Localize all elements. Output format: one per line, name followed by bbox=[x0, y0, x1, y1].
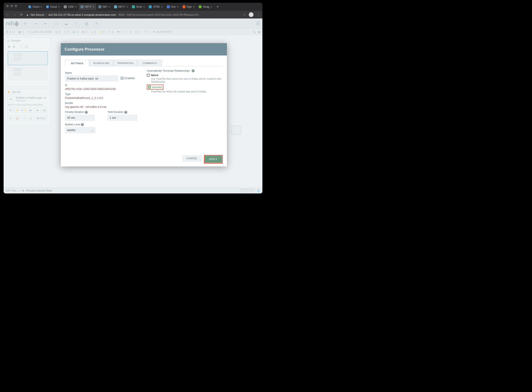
tab-scheduling[interactable]: SCHEDULING bbox=[89, 60, 113, 66]
url-path: /nifi/?processGroupId=cff437ad-016c-1000… bbox=[126, 13, 200, 16]
chevron-down-icon: ⌄ bbox=[91, 129, 93, 132]
tab-nifi-2[interactable]: NiFi× bbox=[97, 3, 112, 10]
help-icon[interactable]: ? bbox=[192, 69, 195, 72]
close-icon[interactable]: × bbox=[75, 5, 77, 9]
tab-sign[interactable]: Sign× bbox=[181, 3, 197, 10]
secure-label: Not Secure bbox=[31, 13, 44, 16]
tab-settings[interactable]: SETTINGS bbox=[65, 60, 89, 66]
success-checkbox[interactable]: success bbox=[148, 85, 162, 89]
failure-checkbox[interactable]: failure bbox=[147, 74, 223, 77]
tab-hue[interactable]: Hue× bbox=[165, 3, 180, 10]
help-icon[interactable]: ? bbox=[124, 111, 127, 114]
name-label: Name bbox=[65, 71, 141, 75]
dialog-title: Configure Processor bbox=[61, 43, 227, 56]
close-icon[interactable]: × bbox=[211, 5, 212, 9]
yield-input[interactable] bbox=[107, 115, 137, 121]
tab-comments[interactable]: COMMENTS bbox=[138, 60, 162, 66]
close-icon[interactable]: × bbox=[161, 5, 163, 9]
back-button[interactable]: ← bbox=[6, 13, 9, 17]
relationships-label: Automatically Terminate Relationships bbox=[147, 69, 190, 72]
checkbox-icon bbox=[121, 77, 123, 79]
bulletin-label: Bulletin Level bbox=[65, 123, 80, 126]
tab-sche[interactable]: Sche× bbox=[130, 3, 147, 10]
bulletin-select[interactable]: WARN⌄ bbox=[65, 127, 96, 133]
tab-cloud-2[interactable]: CCloud× bbox=[44, 3, 62, 10]
id-value: cff9276c-016c-1000-0000-00001d04103b bbox=[65, 87, 141, 91]
url-host: ec2-54-212-27-58.us-west-2.compute.amazo… bbox=[48, 13, 116, 16]
apply-button[interactable]: APPLY bbox=[205, 156, 222, 163]
tab-nifi-3[interactable]: NiFi F× bbox=[112, 3, 130, 10]
checkbox-icon bbox=[147, 74, 150, 77]
penalty-input[interactable] bbox=[65, 115, 95, 121]
url-field[interactable]: ▲ Not Secure | ec2-54-212-27-58.us-west-… bbox=[26, 13, 240, 16]
window-close-dot[interactable] bbox=[6, 5, 9, 7]
enabled-checkbox[interactable]: Enabled bbox=[121, 77, 135, 80]
close-icon[interactable]: × bbox=[193, 5, 195, 9]
cancel-button[interactable]: CANCEL bbox=[182, 155, 202, 162]
success-desc: FlowFiles for which all content was sent… bbox=[151, 90, 223, 93]
type-value: PublishKafkaRecord_2_0 1.9.0 bbox=[65, 96, 141, 99]
bookmark-icon[interactable]: ☆ bbox=[243, 13, 246, 17]
bundle-value: org.apache.nifi - nifi-kafka-2-0-nar bbox=[65, 105, 141, 108]
tab-swag[interactable]: Swag× bbox=[197, 3, 214, 10]
tab-nifi-active[interactable]: NiFi F× bbox=[79, 3, 96, 10]
type-label: Type bbox=[65, 93, 141, 96]
configure-processor-dialog: Configure Processor SETTINGS SCHEDULING … bbox=[61, 43, 227, 166]
id-label: Id bbox=[65, 84, 141, 87]
warning-icon: ▲ bbox=[26, 13, 29, 16]
new-tab-button[interactable]: + bbox=[214, 5, 221, 9]
failure-desc: Any FlowFile that cannot be sent to Kafk… bbox=[151, 77, 223, 83]
window-max-dot[interactable] bbox=[15, 5, 17, 7]
apply-highlight: APPLY bbox=[204, 155, 223, 163]
help-icon[interactable]: ? bbox=[81, 123, 84, 126]
close-icon[interactable]: × bbox=[93, 5, 95, 9]
tab-cloud-1[interactable]: CCloud× bbox=[27, 3, 44, 10]
tab-stre[interactable]: STRE× bbox=[147, 3, 164, 10]
close-icon[interactable]: × bbox=[40, 5, 42, 9]
name-input[interactable] bbox=[65, 75, 118, 82]
profile-avatar[interactable] bbox=[249, 12, 254, 17]
success-highlight: success bbox=[147, 85, 163, 89]
close-icon[interactable]: × bbox=[108, 5, 110, 9]
window-min-dot[interactable] bbox=[10, 5, 13, 7]
tab-properties[interactable]: PROPERTIES bbox=[113, 60, 138, 66]
tab-strip: CCloud× CCloud× CEM× NiFi F× NiFi× NiFi … bbox=[4, 3, 262, 11]
address-bar: ← → ⟳ ▲ Not Secure | ec2-54-212-27-58.us… bbox=[4, 11, 262, 19]
checkbox-icon bbox=[148, 86, 151, 89]
close-icon[interactable]: × bbox=[126, 5, 128, 9]
close-icon[interactable]: × bbox=[58, 5, 60, 9]
reload-button[interactable]: ⟳ bbox=[19, 13, 23, 17]
close-icon[interactable]: × bbox=[177, 5, 179, 9]
penalty-label: Penalty Duration bbox=[65, 111, 84, 113]
menu-icon[interactable]: ⋮ bbox=[256, 13, 260, 17]
forward-button[interactable]: → bbox=[13, 13, 16, 17]
dialog-tabs: SETTINGS SCHEDULING PROPERTIES COMMENTS bbox=[65, 60, 223, 66]
help-icon[interactable]: ? bbox=[85, 111, 88, 114]
yield-label: Yield Duration bbox=[107, 111, 123, 113]
close-icon[interactable]: × bbox=[143, 5, 145, 9]
tab-cem[interactable]: CEM× bbox=[62, 3, 79, 10]
bundle-label: Bundle bbox=[65, 102, 141, 105]
